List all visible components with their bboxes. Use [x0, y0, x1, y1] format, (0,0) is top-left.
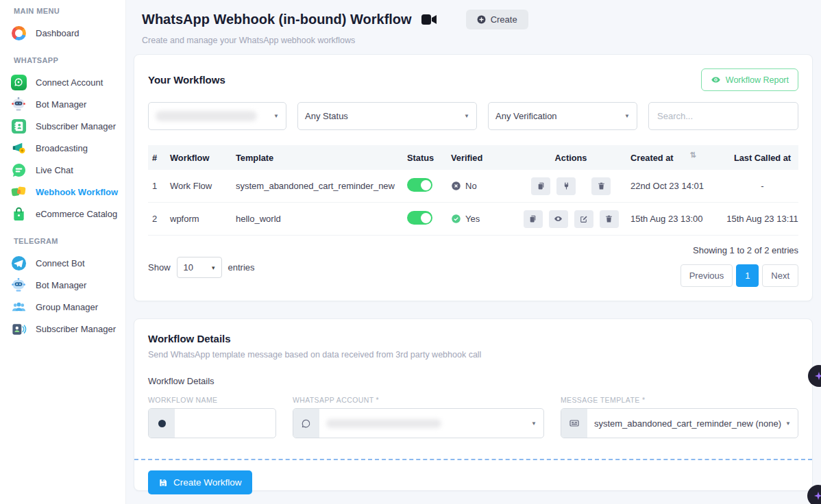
- robot-icon: [10, 276, 27, 294]
- shopping-bag-icon: [10, 205, 27, 223]
- table-row: 1 Work Flow system_abandoned_cart_remind…: [148, 170, 798, 203]
- copy-icon: [537, 181, 546, 190]
- eye-icon: [711, 75, 721, 85]
- message-template-select[interactable]: system_abandoned_cart_reminder_new (none…: [561, 408, 798, 438]
- page-size-select[interactable]: 10 ▾: [177, 257, 222, 278]
- plus-circle-icon: [477, 15, 486, 24]
- col-header-workflow: Workflow: [166, 153, 232, 163]
- sidebar-item-subscriber-manager-telegram[interactable]: Subscriber Manager: [0, 318, 125, 340]
- telegram-icon: [10, 254, 27, 272]
- sidebar-item-subscriber-manager-whatsapp[interactable]: Subscriber Manager: [0, 115, 125, 137]
- page-title: WhatsApp Webhook (in-bound) Workflow: [142, 12, 412, 27]
- last-called-at: 15th Aug 23 13:11: [722, 214, 798, 224]
- template-icon: [561, 409, 587, 438]
- table-row: 2 wpform hello_world Yes 15th Aug 23 13:…: [148, 203, 798, 236]
- sidebar-item-webhook-workflow[interactable]: Webhook Workflow: [0, 181, 125, 203]
- showing-entries-text: Showing 1 to 2 of 2 entries: [693, 245, 798, 255]
- sidebar-item-ecommerce-catalog[interactable]: eCommerce Catalog: [0, 203, 125, 225]
- section-label-whatsapp: WHATSAPP: [0, 56, 125, 64]
- details-card-subtitle: Send WhatsApp template message based on …: [148, 350, 798, 360]
- template-name: system_abandoned_cart_reminder_new: [232, 181, 403, 191]
- status-toggle[interactable]: [407, 211, 432, 225]
- workflow-name: wpform: [166, 214, 232, 224]
- whatsapp-outline-icon: [293, 409, 319, 438]
- view-button[interactable]: [549, 210, 568, 228]
- table-header-row: # Workflow Template Status Verified Acti…: [148, 145, 798, 170]
- col-header-last-called: Last Called at: [722, 153, 798, 163]
- pagination-previous[interactable]: Previous: [681, 264, 733, 287]
- chevron-down-icon: ▾: [212, 264, 215, 271]
- last-called-at: -: [722, 181, 798, 191]
- row-number: 1: [148, 181, 166, 191]
- sidebar-item-bot-manager-whatsapp[interactable]: Bot Manager: [0, 93, 125, 115]
- workflow-name-label: WORKFLOW NAME: [148, 396, 276, 404]
- chevron-down-icon: ▼: [785, 420, 791, 427]
- sidebar-item-group-manager[interactable]: Group Manager: [0, 296, 125, 318]
- sidebar-item-connect-bot[interactable]: Connect Bot: [0, 252, 125, 274]
- status-filter-select[interactable]: Any Status ▼: [297, 102, 477, 130]
- webhook-plug-button[interactable]: [556, 177, 576, 195]
- chevron-down-icon: ▼: [624, 113, 630, 119]
- workflow-report-button[interactable]: Workflow Report: [701, 68, 798, 91]
- sidebar-item-live-chat[interactable]: Live Chat: [0, 159, 125, 181]
- trash-icon: [604, 214, 613, 223]
- workflow-name-input[interactable]: [182, 418, 269, 429]
- sidebar-item-bot-manager-telegram[interactable]: Bot Manager: [0, 274, 125, 296]
- edit-button[interactable]: [574, 210, 593, 228]
- contacts-signal-icon: [10, 320, 27, 338]
- chevron-down-icon: ▼: [464, 113, 469, 119]
- not-verified-icon: [451, 181, 461, 191]
- trash-icon: [597, 181, 606, 190]
- col-header-created-at: Created at⇅: [626, 153, 722, 163]
- pagination-page-1[interactable]: 1: [736, 264, 759, 287]
- message-template-label: MESSAGE TEMPLATE *: [561, 396, 798, 404]
- whatsapp-icon: [10, 73, 27, 91]
- sort-arrows-icon[interactable]: ⇅: [690, 151, 696, 159]
- dot-icon: [149, 409, 175, 438]
- sidebar-item-dashboard[interactable]: Dashboard: [0, 22, 125, 44]
- megaphone-icon: [10, 139, 27, 157]
- delete-button[interactable]: [591, 177, 611, 195]
- video-camera-icon[interactable]: [421, 14, 437, 25]
- verified-icon: [451, 214, 461, 224]
- chevron-down-icon: ▼: [273, 113, 279, 119]
- copy-button[interactable]: [524, 210, 543, 228]
- eye-icon: [554, 214, 563, 223]
- save-icon: [158, 478, 168, 488]
- workflows-card-title: Your Workflows: [148, 74, 225, 86]
- delete-button[interactable]: [600, 210, 619, 228]
- edit-icon: [579, 214, 588, 223]
- details-card-title: Workflow Details: [148, 333, 798, 344]
- redacted-account-value: [326, 419, 441, 428]
- col-header-template: Template: [232, 153, 403, 163]
- col-header-status: Status: [403, 153, 447, 163]
- verification-filter-select[interactable]: Any Verification ▼: [488, 102, 637, 130]
- account-filter-select[interactable]: ▼: [148, 102, 286, 130]
- divider: [134, 459, 812, 460]
- your-workflows-card: Your Workflows Workflow Report ▼ Any Sta…: [134, 54, 813, 301]
- robot-icon: [10, 95, 27, 113]
- redacted-account-value: [156, 111, 257, 121]
- sidebar-item-connect-account[interactable]: Connect Account: [0, 71, 125, 93]
- pagination-next[interactable]: Next: [762, 264, 798, 287]
- create-button[interactable]: Create: [466, 10, 528, 29]
- whatsapp-account-select[interactable]: ▼: [293, 408, 544, 438]
- col-header-verified: Verified: [447, 153, 511, 163]
- section-label-telegram: TELEGRAM: [0, 237, 125, 245]
- row-number: 2: [148, 214, 166, 224]
- search-input[interactable]: [648, 102, 798, 130]
- create-workflow-button[interactable]: Create Workflow: [148, 470, 252, 494]
- filters-row: ▼ Any Status ▼ Any Verification ▼: [148, 102, 798, 130]
- copy-button[interactable]: [531, 177, 550, 195]
- show-label: Show: [148, 262, 171, 273]
- pagination: Previous 1 Next: [681, 264, 798, 287]
- chat-bubble-icon: [10, 161, 27, 179]
- copy-icon: [528, 214, 537, 223]
- sidebar-item-broadcasting[interactable]: Broadcasting: [0, 137, 125, 159]
- workflow-name-group: [148, 408, 276, 438]
- status-toggle[interactable]: [407, 178, 432, 192]
- col-header-actions: Actions: [511, 153, 626, 163]
- plug-icon: [562, 181, 571, 190]
- workflows-table: # Workflow Template Status Verified Acti…: [148, 145, 798, 236]
- details-section-label: Workflow Details: [148, 376, 798, 386]
